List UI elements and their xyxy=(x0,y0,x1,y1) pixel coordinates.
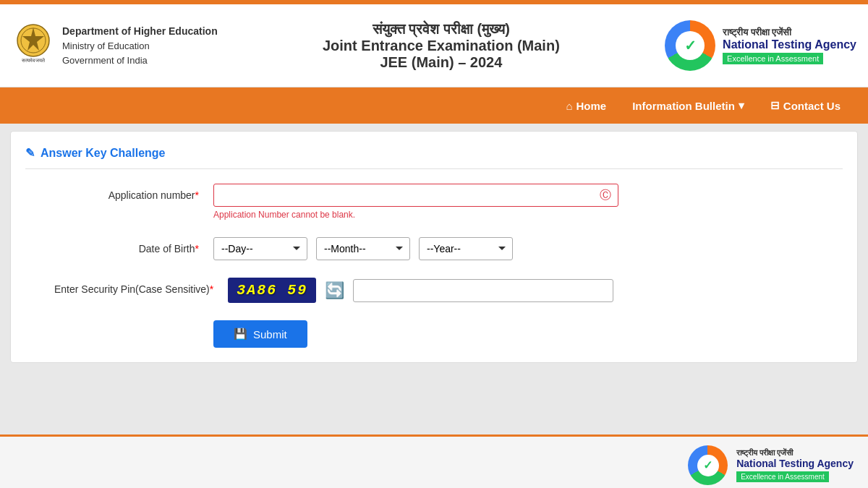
ministry-name: Ministry of Education xyxy=(62,39,218,53)
nta-text: राष्ट्रीय परीक्षा एजेंसी National Testin… xyxy=(723,27,856,64)
app-number-input-wrapper: Ⓒ xyxy=(213,184,618,207)
dept-name: Department of Higher Education xyxy=(62,24,218,39)
captcha-image: 3A86 59 xyxy=(228,278,316,303)
govt-name: Government of India xyxy=(62,53,218,68)
submit-label: Submit xyxy=(253,328,287,341)
nav-contact[interactable]: ⊟ Contact Us xyxy=(757,90,854,121)
chevron-down-icon: ▾ xyxy=(739,99,744,112)
security-label: Enter Security Pin(Case Sensitive)* xyxy=(54,278,228,295)
app-number-input[interactable] xyxy=(213,184,618,207)
dob-required: * xyxy=(195,243,199,254)
security-required: * xyxy=(210,283,213,295)
security-row: Enter Security Pin(Case Sensitive)* 3A86… xyxy=(25,278,843,303)
app-number-row: Application number* Ⓒ Application Number… xyxy=(25,184,843,220)
footer-nta-inner: ✓ xyxy=(697,455,719,476)
nav-info-bulletin[interactable]: Information Bulletin ▾ xyxy=(619,90,757,121)
header-left: सत्यमेव जयते Department of Higher Educat… xyxy=(12,20,218,71)
nav-home-label: Home xyxy=(576,100,606,112)
dob-control: --Day-- --Month-- --Year-- xyxy=(213,237,618,260)
app-number-error: Application Number cannot be blank. xyxy=(213,210,618,220)
nav-info-bulletin-label: Information Bulletin xyxy=(632,100,735,112)
refresh-icon: 🔄 xyxy=(325,281,344,300)
site-header: सत्यमेव जयते Department of Higher Educat… xyxy=(0,4,868,87)
dob-selects-row: --Day-- --Month-- --Year-- xyxy=(213,237,618,260)
site-footer: ✓ राष्ट्रीय परीक्षा एजेंसी National Test… xyxy=(0,435,868,488)
dob-row: Date of Birth* --Day-- --Month-- --Year-… xyxy=(25,237,843,260)
home-icon: ⌂ xyxy=(566,100,572,112)
footer-nta-check-icon: ✓ xyxy=(703,458,712,472)
app-number-control: Ⓒ Application Number cannot be blank. xyxy=(213,184,618,220)
footer-nta-english: National Testing Agency xyxy=(736,458,854,469)
nta-hindi-label: राष्ट्रीय परीक्षा एजेंसी xyxy=(723,27,856,38)
required-marker: * xyxy=(195,189,199,201)
nta-tagline-label: Excellence in Assessment xyxy=(723,53,823,64)
eng-title: Joint Entrance Examination (Main) xyxy=(218,38,665,54)
content-wrapper: ✎ Answer Key Challenge Application numbe… xyxy=(0,124,868,435)
header-right: ✓ राष्ट्रीय परीक्षा एजेंसी National Test… xyxy=(665,20,856,71)
nta-check-icon: ✓ xyxy=(684,37,697,54)
edit-icon: ✎ xyxy=(25,146,35,160)
error-icon: Ⓒ xyxy=(600,188,611,203)
save-icon: 💾 xyxy=(234,328,247,341)
refresh-captcha-button[interactable]: 🔄 xyxy=(325,281,344,300)
security-pin-input[interactable] xyxy=(353,279,613,302)
submit-button[interactable]: 💾 Submit xyxy=(213,320,307,348)
year-title: JEE (Main) – 2024 xyxy=(218,54,665,71)
navbar: ⌂ Home Information Bulletin ▾ ⊟ Contact … xyxy=(0,87,868,124)
section-title-text: Answer Key Challenge xyxy=(41,147,166,160)
year-select[interactable]: --Year-- xyxy=(419,237,513,260)
header-org-text: Department of Higher Education Ministry … xyxy=(62,24,218,67)
nav-home[interactable]: ⌂ Home xyxy=(553,91,619,121)
dob-label: Date of Birth* xyxy=(54,237,213,254)
app-number-label: Application number* xyxy=(54,184,213,201)
nta-logo-icon: ✓ xyxy=(665,20,715,71)
header-center: संयुक्त प्रवेश परीक्षा (मुख्य) Joint Ent… xyxy=(218,21,665,71)
form-card: ✎ Answer Key Challenge Application numbe… xyxy=(10,131,858,363)
contact-icon: ⊟ xyxy=(770,99,780,112)
section-title: ✎ Answer Key Challenge xyxy=(25,146,843,169)
nta-english-label: National Testing Agency xyxy=(723,38,856,51)
submit-row: 💾 Submit xyxy=(25,320,843,348)
security-input-row: 3A86 59 🔄 xyxy=(228,278,633,303)
footer-nta-text: राष्ट्रीय परीक्षा एजेंसी National Testin… xyxy=(736,448,854,482)
nta-logo-area: ✓ xyxy=(665,20,715,71)
nav-contact-label: Contact Us xyxy=(783,100,841,112)
day-select[interactable]: --Day-- xyxy=(213,237,307,260)
hindi-title: संयुक्त प्रवेश परीक्षा (मुख्य) xyxy=(218,21,665,38)
footer-nta-hindi: राष्ट्रीय परीक्षा एजेंसी xyxy=(736,448,854,458)
svg-text:सत्यमेव जयते: सत्यमेव जयते xyxy=(21,57,46,64)
security-control: 3A86 59 🔄 xyxy=(228,278,633,303)
footer-nta-logo-icon: ✓ xyxy=(688,445,728,485)
govt-emblem-icon: सत्यमेव जयते xyxy=(12,20,55,71)
month-select[interactable]: --Month-- xyxy=(316,237,410,260)
nta-logo-inner: ✓ xyxy=(676,31,705,60)
footer-nta-tagline: Excellence in Assessment xyxy=(736,471,829,482)
